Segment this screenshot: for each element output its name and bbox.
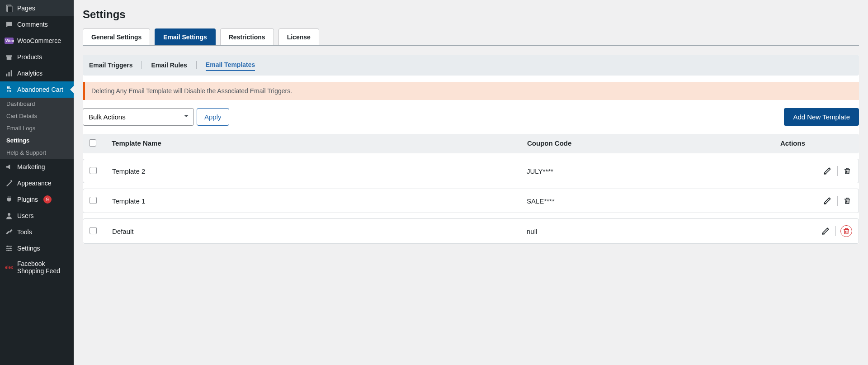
- sidebar-item-label: Tools: [17, 228, 32, 236]
- select-all-checkbox[interactable]: [89, 139, 96, 147]
- update-count-badge: 9: [43, 195, 52, 204]
- sidebar-item-label: Analytics: [17, 70, 42, 77]
- trash-icon[interactable]: [840, 225, 852, 237]
- users-icon: [5, 211, 14, 220]
- svg-rect-1: [7, 6, 12, 13]
- sidebar-item-label: Appearance: [17, 180, 52, 187]
- sidebar-item-label: Comments: [17, 21, 48, 28]
- table-row: Template 2JULY****: [83, 159, 859, 183]
- svg-rect-9: [6, 246, 12, 247]
- main-content: Settings General SettingsEmail SettingsR…: [74, 0, 868, 365]
- woo-icon: Woo: [5, 36, 14, 45]
- svg-rect-4: [7, 57, 12, 60]
- col-header-name: Template Name: [112, 139, 527, 148]
- subtab-email-triggers[interactable]: Email Triggers: [89, 60, 132, 71]
- table-row: Defaultnull: [83, 218, 859, 244]
- template-name: Template 1: [112, 197, 527, 205]
- primary-tabs: General SettingsEmail SettingsRestrictio…: [83, 28, 859, 46]
- bulk-actions-select[interactable]: Bulk Actions: [83, 108, 194, 126]
- sidebar-item-facebook-shopping-feed[interactable]: elexFacebook Shopping Feed: [0, 256, 74, 278]
- settings-icon: [5, 244, 14, 253]
- submenu-item-dashboard[interactable]: Dashboard: [0, 98, 74, 110]
- sidebar-item-label: Pages: [17, 5, 35, 12]
- sidebar-item-label: Facebook Shopping Feed: [17, 260, 70, 275]
- col-header-actions: Actions: [780, 139, 853, 148]
- sidebar-item-appearance[interactable]: Appearance: [0, 175, 74, 191]
- edit-icon[interactable]: [820, 226, 831, 237]
- page-title: Settings: [83, 8, 859, 21]
- coupon-code: JULY****: [527, 167, 780, 175]
- admin-sidebar: PagesCommentsWooWooCommerceProductsAnaly…: [0, 0, 74, 365]
- sidebar-item-abandoned-cart[interactable]: ELEXAbandoned Cart: [0, 81, 74, 98]
- products-icon: [5, 52, 14, 62]
- sidebar-item-label: Abandoned Cart: [17, 86, 63, 93]
- comment-icon: [5, 20, 14, 29]
- svg-rect-5: [6, 74, 7, 76]
- feed-icon: elex: [5, 263, 14, 272]
- svg-rect-7: [11, 70, 12, 76]
- submenu-item-cart-details[interactable]: Cart Details: [0, 110, 74, 122]
- tab-general-settings[interactable]: General Settings: [83, 28, 150, 45]
- analytics-icon: [5, 69, 14, 78]
- subtab-email-templates[interactable]: Email Templates: [206, 59, 255, 71]
- trash-icon[interactable]: [842, 196, 852, 206]
- sidebar-item-label: Users: [17, 212, 34, 219]
- appearance-icon: [5, 179, 14, 188]
- sidebar-item-label: Settings: [17, 245, 40, 252]
- svg-point-12: [7, 246, 9, 247]
- sidebar-item-analytics[interactable]: Analytics: [0, 65, 74, 81]
- sidebar-item-label: WooCommerce: [17, 37, 61, 44]
- svg-rect-6: [9, 72, 10, 76]
- coupon-code: null: [527, 228, 780, 235]
- sidebar-item-users[interactable]: Users: [0, 208, 74, 224]
- submenu-item-email-logs[interactable]: Email Logs: [0, 122, 74, 134]
- sidebar-item-plugins[interactable]: Plugins9: [0, 191, 74, 208]
- tab-restrictions[interactable]: Restrictions: [220, 28, 274, 45]
- svg-rect-3: [6, 55, 12, 57]
- marketing-icon: [5, 162, 14, 171]
- row-checkbox[interactable]: [90, 197, 97, 204]
- add-new-template-button[interactable]: Add New Template: [784, 108, 859, 126]
- trash-icon[interactable]: [842, 166, 852, 176]
- submenu-item-settings[interactable]: Settings: [0, 134, 74, 147]
- template-name: Default: [112, 228, 527, 235]
- sidebar-item-tools[interactable]: Tools: [0, 224, 74, 240]
- edit-icon[interactable]: [822, 166, 833, 176]
- templates-table: Template Name Coupon Code Actions Templa…: [83, 134, 859, 244]
- svg-point-8: [8, 213, 10, 216]
- coupon-code: SALE****: [527, 197, 780, 205]
- pages-icon: [5, 4, 14, 13]
- sidebar-item-products[interactable]: Products: [0, 49, 74, 65]
- settings-panel: Email TriggersEmail RulesEmail Templates…: [83, 55, 859, 244]
- sidebar-item-label: Products: [17, 53, 42, 61]
- table-header: Template Name Coupon Code Actions: [83, 134, 859, 153]
- table-toolbar: Bulk Actions Apply Add New Template: [83, 108, 859, 126]
- tools-icon: [5, 228, 14, 237]
- row-checkbox[interactable]: [90, 167, 97, 174]
- edit-icon[interactable]: [822, 195, 833, 206]
- template-name: Template 2: [112, 167, 527, 175]
- sidebar-item-marketing[interactable]: Marketing: [0, 159, 74, 175]
- warning-notice: Deleting Any Email Template will Disable…: [83, 82, 859, 100]
- svg-rect-10: [6, 248, 12, 249]
- sub-tabs: Email TriggersEmail RulesEmail Templates: [83, 55, 859, 76]
- table-row: Template 1SALE****: [83, 189, 859, 213]
- tab-email-settings[interactable]: Email Settings: [155, 28, 215, 45]
- elex-icon: ELEX: [5, 85, 14, 94]
- apply-button[interactable]: Apply: [197, 108, 229, 126]
- subtab-email-rules[interactable]: Email Rules: [151, 60, 187, 71]
- sidebar-item-comments[interactable]: Comments: [0, 16, 74, 33]
- sidebar-item-label: Plugins: [17, 196, 38, 203]
- submenu-item-help-&-support[interactable]: Help & Support: [0, 147, 74, 159]
- sidebar-item-settings[interactable]: Settings: [0, 240, 74, 256]
- sidebar-item-pages[interactable]: Pages: [0, 0, 74, 16]
- plugins-icon: [5, 195, 14, 204]
- row-checkbox[interactable]: [90, 227, 97, 234]
- sidebar-item-label: Marketing: [17, 163, 45, 171]
- svg-point-13: [10, 248, 11, 249]
- tab-license[interactable]: License: [278, 28, 319, 45]
- sidebar-item-woocommerce[interactable]: WooWooCommerce: [0, 33, 74, 49]
- col-header-coupon: Coupon Code: [527, 139, 780, 148]
- svg-point-14: [8, 250, 9, 251]
